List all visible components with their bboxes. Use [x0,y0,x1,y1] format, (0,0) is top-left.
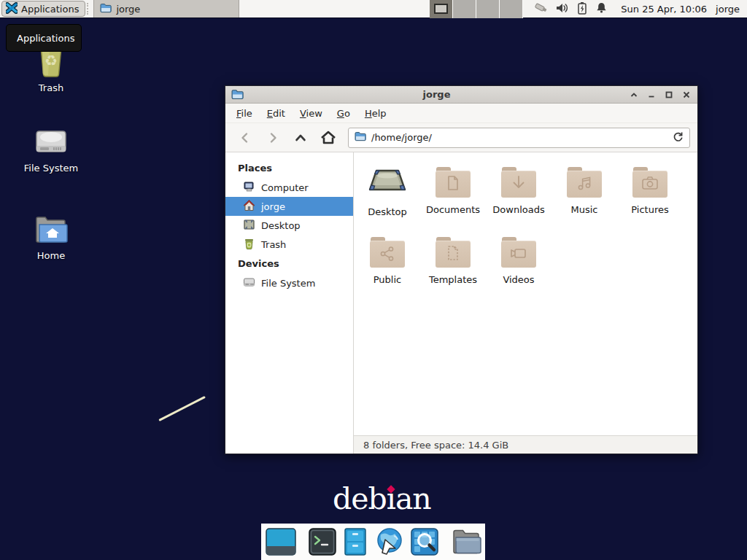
folder-item-label: Documents [426,204,480,215]
system-tray [523,0,615,18]
notifications-bell-icon[interactable] [595,1,608,16]
path-entry[interactable]: /home/jorge/ [348,128,690,148]
address-text: /home/jorge/ [371,132,667,143]
up-icon[interactable] [288,127,313,149]
reload-icon[interactable] [673,131,684,144]
taskbar-window-label: jorge [116,4,140,15]
panel-grip[interactable] [87,3,92,15]
menu-file[interactable]: File [230,105,259,122]
stylus-icon[interactable] [533,1,548,18]
logo-text: deb [333,481,387,516]
sidebar-item-label: File System [261,278,315,289]
workspace-1[interactable] [430,0,453,18]
sidebar-item-label: Trash [261,239,286,250]
home-icon[interactable] [316,127,341,149]
folder-item-public[interactable]: Public [355,236,420,306]
logo-text: an [395,481,431,516]
top-panel: Applications jorge [0,0,747,18]
panel-username[interactable]: jorge [713,0,747,18]
sidebar-item-trash[interactable]: Trash [225,235,353,254]
close-icon[interactable] [681,90,692,100]
sidebar-header-devices: Devices [225,254,353,273]
folder-item-label: Desktop [368,206,407,217]
maximize-icon[interactable] [664,90,674,100]
sidebar-item-desktop[interactable]: Desktop [225,216,353,235]
hard-drive-icon [243,276,255,290]
app-finder-icon[interactable] [410,526,439,557]
sidebar-item-file-system[interactable]: File System [225,273,353,292]
svg-text:♻: ♻ [44,52,58,69]
videos-emblem-icon [501,236,536,268]
folder-item-label: Templates [429,274,477,285]
documents-emblem-icon [436,166,471,198]
workspace-window-thumb [434,4,448,14]
taskbar-empty-area [239,0,430,18]
distro-x-icon [6,2,18,16]
show-desktop-icon[interactable] [266,526,296,557]
back-icon[interactable] [233,127,258,149]
username-text: jorge [716,4,740,15]
menu-view[interactable]: View [293,105,329,122]
folder-item-label: Public [374,274,401,285]
toolbar: /home/jorge/ [225,123,697,152]
pictures-emblem-icon [632,166,667,198]
workspace-2[interactable] [453,0,476,18]
applications-tooltip: Applications [6,24,82,52]
folder-item-desktop[interactable]: Desktop [355,166,420,236]
cursor-line [158,396,206,421]
sidebar-item-computer[interactable]: Computer [225,178,353,197]
tooltip-text: Applications [17,33,74,44]
clock-text: Sun 25 Apr, 10:06 [621,4,707,15]
folder-item-documents[interactable]: Documents [420,166,486,236]
share-emblem-icon [370,236,405,268]
folder-item-videos[interactable]: Videos [486,236,551,306]
folder-item-label: Pictures [631,204,668,215]
hard-drive-icon [11,128,91,158]
window-title: jorge [244,89,629,100]
statusbar: 8 folders, Free space: 14.4 GiB [354,435,697,454]
menu-help[interactable]: Help [358,105,393,122]
home-folder-icon [11,214,91,245]
sidebar-item-label: Computer [261,182,309,193]
menu-edit[interactable]: Edit [260,105,292,122]
file-cabinet-icon[interactable] [343,526,368,557]
web-browser-icon[interactable] [374,526,404,557]
computer-icon [243,181,255,195]
folder-item-music[interactable]: Music [551,166,617,236]
path-folder-icon [355,131,366,144]
workspace-3[interactable] [476,0,500,18]
menubar: File Edit View Go Help [225,104,697,123]
taskbar-window-button[interactable]: jorge [93,0,239,18]
dock [261,524,485,560]
folder-icon [100,3,112,15]
music-emblem-icon [567,166,602,198]
desktop-icon-label: Home [11,250,91,261]
desktop-icon-file-system[interactable]: File System [11,128,91,174]
shade-icon[interactable] [629,90,639,100]
folder-item-templates[interactable]: Templates [420,236,486,306]
workspace-4[interactable] [500,0,523,18]
debian-logo: debıan [333,481,431,516]
folder-item-label: Music [571,204,598,215]
minimize-icon[interactable] [646,90,657,100]
folder-icon-view: Desktop Documents [354,152,697,435]
applications-menu-button[interactable]: Applications [1,1,85,17]
forward-icon[interactable] [260,127,285,149]
window-titlebar[interactable]: jorge [225,86,697,104]
volume-icon[interactable] [556,2,569,16]
sidebar-item-jorge[interactable]: jorge [225,197,353,216]
folder-item-downloads[interactable]: Downloads [486,166,551,236]
terminal-icon[interactable] [308,526,337,557]
desktop-icon-label: File System [11,163,91,174]
sidebar: Places Computer [225,152,354,454]
statusbar-text: 8 folders, Free space: 14.4 GiB [363,440,508,451]
battery-charging-icon[interactable] [577,1,587,17]
folder-item-pictures[interactable]: Pictures [617,166,683,236]
panel-clock[interactable]: Sun 25 Apr, 10:06 [615,0,713,18]
file-manager-icon[interactable] [451,526,481,557]
menu-go[interactable]: Go [330,105,357,122]
desktop-special-icon [367,166,408,200]
desktop-icon-home[interactable]: Home [11,214,91,261]
sidebar-item-label: Desktop [261,220,301,231]
folder-item-label: Downloads [492,204,544,215]
